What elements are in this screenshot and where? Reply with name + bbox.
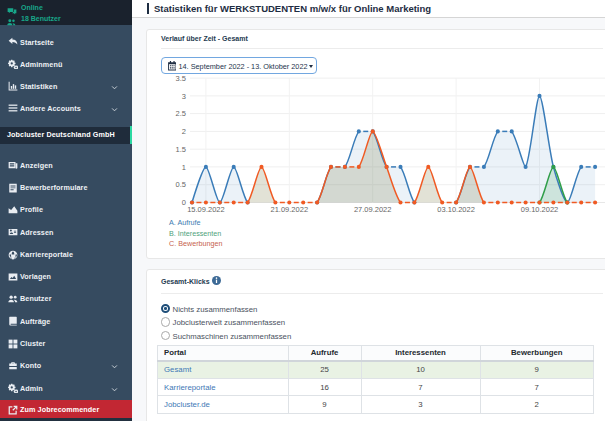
svg-text:1: 1 — [182, 163, 186, 172]
svg-text:3: 3 — [182, 92, 186, 101]
svg-text:2.5: 2.5 — [176, 109, 186, 118]
svg-text:1.5: 1.5 — [176, 145, 186, 154]
svg-text:21.09.2022: 21.09.2022 — [271, 205, 309, 214]
svg-text:03.10.2022: 03.10.2022 — [437, 205, 475, 214]
svg-text:2: 2 — [182, 127, 186, 136]
svg-text:27.09.2022: 27.09.2022 — [354, 205, 392, 214]
svg-text:3.5: 3.5 — [176, 74, 186, 83]
svg-text:0: 0 — [182, 198, 186, 207]
svg-text:0.5: 0.5 — [176, 180, 186, 189]
svg-text:15.09.2022: 15.09.2022 — [187, 205, 225, 214]
svg-text:09.10.2022: 09.10.2022 — [521, 205, 559, 214]
